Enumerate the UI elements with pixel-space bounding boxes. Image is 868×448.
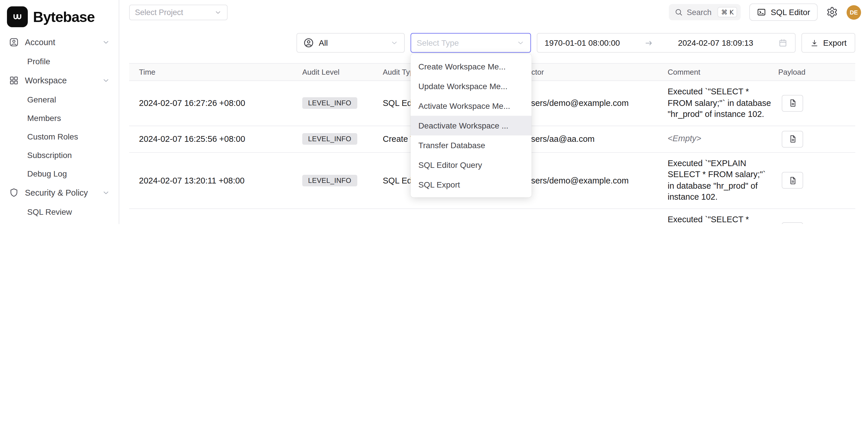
cell-payload xyxy=(778,130,855,147)
chevron-down-icon xyxy=(214,8,222,16)
app-window: Bytebase Account Profile Workspace Gener… xyxy=(0,0,868,224)
col-header-actor: Actor xyxy=(526,68,668,76)
search-input[interactable]: Search ⌘ K xyxy=(669,4,741,20)
cell-time: 2024-02-07 13:20:11 +08:00 xyxy=(139,176,302,185)
payload-button[interactable] xyxy=(782,172,803,189)
cell-actor: users/demo@example.com xyxy=(526,176,668,185)
arrow-right-icon xyxy=(645,38,653,47)
cell-audit-level: LEVEL_INFO xyxy=(302,174,383,186)
cell-comment: Executed `"SELECT * FROM salary;"` in da… xyxy=(668,81,778,125)
download-icon xyxy=(810,38,818,47)
cell-audit-level: LEVEL_INFO xyxy=(302,98,383,109)
sidebar-item-custom-roles[interactable]: Custom Roles xyxy=(3,127,115,146)
sidebar-item-members[interactable]: Members xyxy=(3,109,115,127)
actor-filter-select[interactable]: All xyxy=(296,33,404,53)
section-label: Workspace xyxy=(25,76,67,85)
level-badge: LEVEL_INFO xyxy=(302,174,357,186)
bytebase-logo-icon xyxy=(7,6,28,27)
project-select-placeholder: Select Project xyxy=(135,8,183,17)
type-option[interactable]: Activate Workspace Me... xyxy=(410,96,531,116)
type-option-highlighted[interactable]: Deactivate Workspace ... xyxy=(410,116,531,135)
type-option[interactable]: SQL Export xyxy=(410,175,531,194)
search-shortcut-kbd: ⌘ K xyxy=(718,7,737,18)
export-button[interactable]: Export xyxy=(801,33,855,53)
chevron-down-icon xyxy=(390,39,398,47)
sql-editor-button[interactable]: SQL Editor xyxy=(749,3,817,21)
date-from-value: 1970-01-01 08:00:00 xyxy=(545,38,620,47)
sidebar-item-debug-log[interactable]: Debug Log xyxy=(3,164,115,183)
brand-name: Bytebase xyxy=(33,8,95,25)
section-label: Account xyxy=(25,38,55,47)
shield-icon xyxy=(9,188,19,198)
project-select[interactable]: Select Project xyxy=(129,4,227,20)
search-label: Search xyxy=(687,8,714,17)
payload-button[interactable] xyxy=(782,95,803,112)
type-filter-select[interactable]: Select Type Create Workspace Me... Updat… xyxy=(410,33,531,53)
sidebar-item-profile[interactable]: Profile xyxy=(3,52,115,71)
col-header-comment: Comment xyxy=(668,68,778,76)
chevron-down-icon xyxy=(102,189,110,197)
actor-filter-value: All xyxy=(319,38,328,47)
cell-payload xyxy=(778,95,855,112)
cell-audit-level: LEVEL_INFO xyxy=(302,133,383,145)
topbar: Select Project Search ⌘ K SQL Editor DE xyxy=(120,0,868,21)
sidebar-section-security-policy[interactable]: Security & Policy xyxy=(3,183,115,202)
cell-payload xyxy=(778,172,855,189)
chevron-down-icon xyxy=(102,76,110,85)
type-filter-placeholder: Select Type xyxy=(416,38,459,47)
cell-payload xyxy=(778,223,855,224)
sidebar-item-subscription[interactable]: Subscription xyxy=(3,146,115,164)
brand-logo[interactable]: Bytebase xyxy=(0,5,119,32)
section-label: Security & Policy xyxy=(25,188,88,197)
payload-button[interactable] xyxy=(782,130,803,147)
chevron-down-icon xyxy=(102,38,110,46)
chevron-down-icon xyxy=(516,39,524,47)
type-dropdown-menu: Create Workspace Me... Update Workspace … xyxy=(410,54,531,197)
date-range-picker[interactable]: 1970-01-01 08:00:00 2024-02-07 18:09:13 xyxy=(536,33,795,53)
sidebar: Bytebase Account Profile Workspace Gener… xyxy=(0,0,119,224)
cell-time: 2024-02-07 16:25:56 +08:00 xyxy=(139,134,302,143)
sidebar-section-workspace[interactable]: Workspace xyxy=(3,71,115,90)
filter-bar: All Select Type Create Workspace Me... U… xyxy=(120,21,868,53)
person-circle-icon xyxy=(303,37,314,49)
cell-actor: users/aa@aa.com xyxy=(526,134,668,143)
col-header-payload: Payload xyxy=(778,68,855,76)
avatar[interactable]: DE xyxy=(846,5,861,20)
cell-comment: <Empty> xyxy=(668,128,778,150)
main-area: Select Project Search ⌘ K SQL Editor DE xyxy=(120,0,868,224)
account-icon xyxy=(9,37,19,47)
payload-button[interactable] xyxy=(782,223,803,224)
workspace-icon xyxy=(9,75,19,86)
cell-time: 2024-02-07 16:27:26 +08:00 xyxy=(139,99,302,108)
type-option[interactable]: Transfer Database xyxy=(410,135,531,155)
type-option[interactable]: Create Workspace Me... xyxy=(410,57,531,76)
sidebar-nav: Account Profile Workspace General Member… xyxy=(0,32,119,224)
calendar-icon xyxy=(778,38,787,47)
file-icon xyxy=(788,134,797,143)
topbar-right: Search ⌘ K SQL Editor DE xyxy=(669,3,861,21)
level-badge: LEVEL_INFO xyxy=(302,98,357,109)
sql-editor-label: SQL Editor xyxy=(771,7,810,17)
cell-comment: Executed `"EXPLAIN SELECT * FROM salary;… xyxy=(668,153,778,208)
sidebar-item-sql-review[interactable]: SQL Review xyxy=(3,202,115,221)
col-header-audit-level: Audit Level xyxy=(302,68,383,76)
level-badge: LEVEL_INFO xyxy=(302,133,357,145)
type-option[interactable]: Update Workspace Me... xyxy=(410,76,531,96)
table-row: 2024-02-07 13:19:53 +08:00 LEVEL_INFO SQ… xyxy=(129,209,855,224)
col-header-time: Time xyxy=(139,68,302,76)
file-icon xyxy=(788,176,797,185)
search-icon xyxy=(675,8,683,16)
sidebar-item-slow-query[interactable]: Slow Query xyxy=(3,221,115,224)
terminal-icon xyxy=(757,7,766,17)
cell-actor: users/demo@example.com xyxy=(526,99,668,108)
sidebar-section-account[interactable]: Account xyxy=(3,32,115,52)
export-label: Export xyxy=(823,38,846,47)
date-to-value: 2024-02-07 18:09:13 xyxy=(678,38,753,47)
file-icon xyxy=(788,99,797,108)
sidebar-item-general[interactable]: General xyxy=(3,90,115,109)
gear-icon[interactable] xyxy=(826,6,838,18)
cell-comment: Executed `"SELECT * FROM salary;"` in da… xyxy=(668,209,778,224)
type-option[interactable]: SQL Editor Query xyxy=(410,155,531,175)
